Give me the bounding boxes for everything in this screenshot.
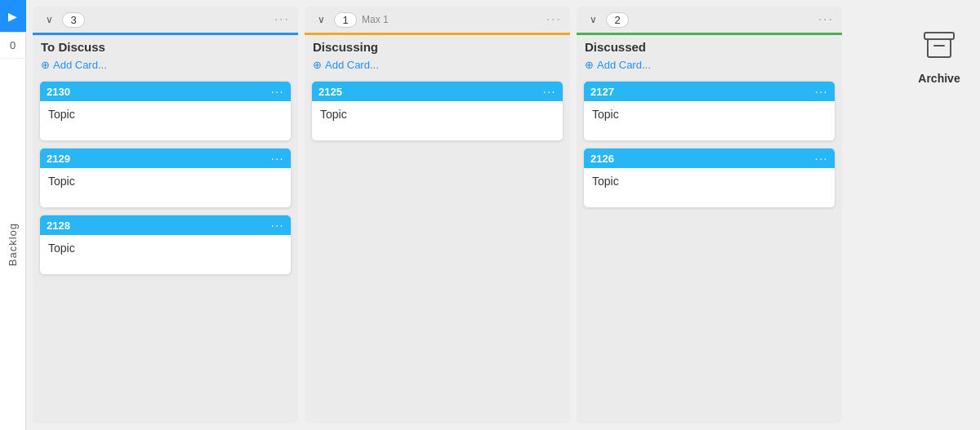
- chevron-down-icon[interactable]: ∨: [313, 11, 329, 28]
- table-row[interactable]: 2126···Topic: [583, 148, 835, 208]
- card-header: 2125···: [312, 82, 563, 101]
- column-count: 3: [62, 12, 85, 28]
- card-body: Topic: [584, 101, 835, 140]
- card-header: 2126···: [584, 149, 835, 168]
- card-more-button[interactable]: ···: [271, 85, 284, 98]
- card-more-button[interactable]: ···: [815, 85, 828, 98]
- column-max-label: Max 1: [362, 14, 389, 25]
- backlog-label-wrapper: Backlog: [7, 59, 19, 430]
- card-body: Topic: [40, 168, 291, 207]
- archive-panel[interactable]: Archive: [898, 0, 980, 430]
- card-body: Topic: [584, 168, 835, 207]
- column-header-discussed: ∨2···: [577, 7, 842, 35]
- svg-rect-1: [928, 39, 951, 57]
- card-more-button[interactable]: ···: [543, 85, 556, 98]
- arrow-right-icon: ▶: [8, 10, 17, 23]
- add-icon: ⊕: [585, 59, 594, 71]
- add-icon: ⊕: [313, 59, 322, 71]
- chevron-down-icon[interactable]: ∨: [41, 11, 57, 28]
- card-header: 2128···: [40, 215, 291, 235]
- column-more-button[interactable]: ···: [546, 12, 562, 27]
- table-row[interactable]: 2125···Topic: [311, 81, 564, 141]
- column-discussed: ∨2···Discussed⊕Add Card...2127···Topic21…: [577, 7, 842, 423]
- backlog-count: 0: [0, 33, 26, 59]
- column-count: 2: [606, 12, 629, 28]
- svg-rect-0: [924, 33, 954, 39]
- table-row[interactable]: 2130···Topic: [39, 81, 292, 141]
- column-more-button[interactable]: ···: [274, 12, 290, 27]
- card-more-button[interactable]: ···: [271, 219, 284, 232]
- column-title: Discussed: [577, 35, 842, 55]
- card-id: 2129: [47, 153, 70, 165]
- add-card-button[interactable]: ⊕Add Card...: [33, 55, 298, 78]
- card-header: 2127···: [584, 82, 835, 101]
- card-body: Topic: [40, 235, 291, 274]
- backlog-toggle-button[interactable]: ▶: [0, 0, 26, 33]
- card-id: 2125: [318, 86, 342, 98]
- add-icon: ⊕: [41, 59, 50, 71]
- table-row[interactable]: 2129···Topic: [39, 148, 292, 208]
- table-row[interactable]: 2127···Topic: [583, 81, 835, 141]
- add-card-label: Add Card...: [325, 59, 379, 71]
- archive-icon: [918, 24, 960, 67]
- add-card-label: Add Card...: [597, 59, 651, 71]
- card-id: 2127: [590, 86, 614, 98]
- card-id: 2128: [47, 219, 70, 232]
- card-more-button[interactable]: ···: [271, 152, 284, 165]
- archive-label: Archive: [918, 72, 960, 85]
- column-cards-container: 2127···Topic2126···Topic: [577, 78, 842, 423]
- column-more-button[interactable]: ···: [818, 12, 834, 27]
- chevron-down-icon[interactable]: ∨: [585, 11, 601, 28]
- add-card-label: Add Card...: [53, 59, 107, 71]
- card-header: 2130···: [40, 82, 291, 101]
- add-card-button[interactable]: ⊕Add Card...: [305, 55, 570, 78]
- card-more-button[interactable]: ···: [815, 152, 828, 165]
- column-cards-container: 2125···Topic: [305, 78, 570, 423]
- add-card-button[interactable]: ⊕Add Card...: [577, 55, 842, 78]
- card-body: Topic: [312, 101, 563, 140]
- column-title: Discussing: [305, 35, 570, 55]
- column-cards-container: 2130···Topic2129···Topic2128···Topic: [33, 78, 298, 423]
- kanban-board: ∨3···To Discuss⊕Add Card...2130···Topic2…: [26, 0, 898, 430]
- column-discussing: ∨1Max 1···Discussing⊕Add Card...2125···T…: [305, 7, 570, 423]
- card-id: 2126: [590, 153, 614, 165]
- card-body: Topic: [40, 101, 291, 140]
- column-header-to-discuss: ∨3···: [33, 7, 298, 35]
- backlog-label: Backlog: [7, 223, 19, 266]
- backlog-sidebar: ▶ 0 Backlog: [0, 0, 26, 430]
- column-count: 1: [334, 12, 357, 28]
- column-header-discussing: ∨1Max 1···: [305, 7, 570, 35]
- column-title: To Discuss: [33, 35, 298, 55]
- card-id: 2130: [47, 86, 70, 98]
- table-row[interactable]: 2128···Topic: [39, 215, 292, 275]
- column-to-discuss: ∨3···To Discuss⊕Add Card...2130···Topic2…: [33, 7, 298, 423]
- card-header: 2129···: [40, 149, 291, 168]
